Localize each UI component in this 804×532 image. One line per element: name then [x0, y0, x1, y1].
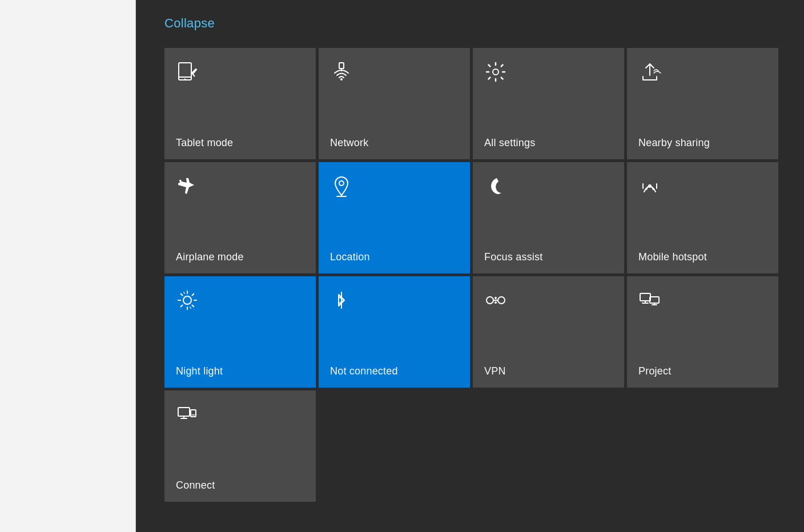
nearby-sharing-icon: [638, 61, 767, 86]
svg-point-13: [183, 296, 191, 304]
location-icon: [330, 175, 459, 200]
svg-rect-31: [640, 293, 650, 301]
connect-icon: [176, 403, 304, 429]
tile-nearby-sharing[interactable]: Nearby sharing: [627, 48, 778, 159]
svg-point-2: [184, 79, 186, 80]
location-label: Location: [330, 251, 459, 263]
focus-assist-icon: [484, 175, 613, 200]
svg-rect-3: [339, 63, 344, 68]
collapse-button[interactable]: Collapse: [164, 16, 215, 31]
svg-line-21: [181, 305, 183, 307]
tile-all-settings[interactable]: All settings: [473, 48, 624, 159]
night-light-label: Night light: [176, 365, 304, 377]
network-icon: [330, 61, 459, 86]
svg-rect-40: [191, 410, 196, 417]
svg-line-20: [192, 294, 194, 296]
bluetooth-label: Not connected: [330, 365, 459, 377]
vpn-label: VPN: [484, 365, 613, 377]
focus-assist-label: Focus assist: [484, 251, 613, 263]
tile-network[interactable]: Network: [319, 48, 470, 159]
all-settings-label: All settings: [484, 137, 613, 149]
svg-point-6: [493, 69, 499, 75]
tile-tablet-mode[interactable]: Tablet mode: [164, 48, 316, 159]
bluetooth-icon: [330, 289, 459, 315]
tile-connect[interactable]: Connect: [164, 390, 316, 502]
night-light-icon: [176, 289, 304, 315]
svg-rect-37: [178, 408, 190, 416]
svg-point-8: [339, 181, 344, 186]
tile-airplane-mode[interactable]: Airplane mode: [164, 162, 316, 273]
right-panel: Collapse Tablet mode: [136, 0, 804, 532]
mobile-hotspot-label: Mobile hotspot: [638, 251, 767, 263]
tile-bluetooth[interactable]: Not connected: [319, 276, 470, 388]
svg-point-27: [498, 297, 505, 304]
svg-point-29: [495, 297, 497, 299]
tablet-mode-label: Tablet mode: [176, 137, 304, 149]
tile-mobile-hotspot[interactable]: Mobile hotspot: [627, 162, 778, 273]
mobile-hotspot-icon: [638, 175, 767, 200]
tile-vpn[interactable]: VPN: [473, 276, 624, 388]
tile-location[interactable]: Location: [319, 162, 470, 273]
svg-line-18: [181, 294, 183, 296]
tile-night-light[interactable]: Night light: [164, 276, 316, 388]
airplane-mode-label: Airplane mode: [176, 251, 304, 263]
tiles-grid: Tablet mode Network: [164, 48, 787, 502]
airplane-icon: [176, 175, 304, 200]
svg-point-26: [487, 297, 493, 304]
tablet-mode-icon: [176, 61, 304, 86]
svg-line-22: [184, 292, 184, 293]
svg-line-23: [190, 307, 191, 308]
svg-line-19: [192, 305, 194, 307]
network-label: Network: [330, 137, 459, 149]
svg-point-5: [340, 78, 343, 80]
tile-project[interactable]: Project: [627, 276, 778, 388]
vpn-icon: [484, 289, 613, 315]
svg-point-30: [495, 301, 497, 304]
svg-rect-34: [650, 297, 659, 303]
project-label: Project: [638, 365, 767, 377]
nearby-sharing-label: Nearby sharing: [638, 137, 767, 149]
connect-label: Connect: [176, 479, 304, 491]
tile-focus-assist[interactable]: Focus assist: [473, 162, 624, 273]
left-panel: [0, 0, 136, 532]
project-icon: [638, 289, 767, 315]
settings-icon: [484, 61, 613, 86]
